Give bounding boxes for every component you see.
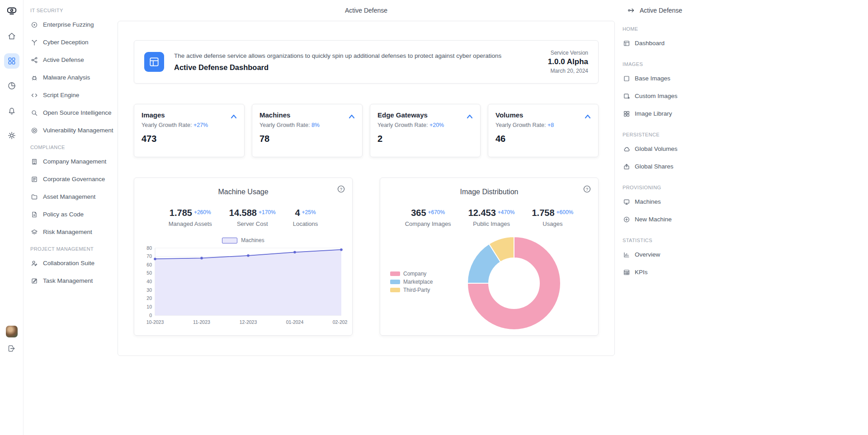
svg-text:01-2024: 01-2024 xyxy=(286,319,304,325)
sidebar-item-enterprise-fuzzing[interactable]: Enterprise Fuzzing xyxy=(30,16,118,33)
right-item-new-machine[interactable]: New Machine xyxy=(623,210,704,228)
magnifier-icon xyxy=(30,109,38,117)
right-item-custom-images[interactable]: Custom Images xyxy=(623,87,704,105)
stat-managed-assets: 1.785+260% Managed Assets xyxy=(169,208,212,227)
user-avatar[interactable] xyxy=(6,326,18,337)
growth-value: 8% xyxy=(311,122,320,128)
stat-card-volumes: Volumes Yearly Growth Rate: +8 46 xyxy=(488,104,599,157)
sidebar-item-policy-as-code[interactable]: Policy as Code xyxy=(30,206,118,223)
section-label-project-management: PROJECT MANAGEMENT xyxy=(30,246,118,252)
svg-text:40: 40 xyxy=(146,279,152,284)
stat-value: 46 xyxy=(495,134,591,144)
right-item-global-volumes[interactable]: Global Volumes xyxy=(623,140,704,158)
square-icon xyxy=(623,75,630,82)
pie-chart-icon[interactable] xyxy=(4,78,19,94)
sidebar-item-open-source-intelligence[interactable]: Open Source Intelligence xyxy=(30,104,118,122)
sidebar-item-cyber-deception[interactable]: Cyber Deception xyxy=(30,33,118,51)
sidebar-item-active-defense[interactable]: Active Defense xyxy=(30,51,118,69)
right-sidebar-title: Active Defense xyxy=(640,7,682,14)
collapse-chevron-up-icon[interactable] xyxy=(229,112,238,121)
dashboard-blue-icon xyxy=(144,52,164,72)
image-distribution-card: Image Distribution ? 365+670% Company Im… xyxy=(380,178,599,336)
right-item-global-shares[interactable]: Global Shares xyxy=(623,158,704,175)
right-item-base-images[interactable]: Base Images xyxy=(623,70,704,87)
legend-label: Third-Party xyxy=(403,287,430,293)
folder-icon xyxy=(30,193,38,201)
app-logo-icon[interactable] xyxy=(6,5,18,17)
right-item-image-library[interactable]: Image Library xyxy=(623,105,704,122)
stat-value: 4 xyxy=(295,208,300,218)
share-nodes-icon xyxy=(30,56,38,64)
library-grid-icon xyxy=(623,110,630,117)
service-version-block: Service Version 1.0.0 Alpha March 20, 20… xyxy=(548,50,588,74)
svg-text:20: 20 xyxy=(146,295,152,301)
stat-public-images: 12.453+470% Public Images xyxy=(468,208,515,227)
legend-item-company[interactable]: Company xyxy=(390,271,433,276)
table-icon xyxy=(623,269,630,276)
right-item-kpis[interactable]: KPIs xyxy=(623,263,704,281)
legend-item-marketplace[interactable]: Marketplace xyxy=(390,279,433,285)
sidebar-item-task-management[interactable]: Task Management xyxy=(30,272,118,290)
monitor-icon xyxy=(623,198,630,206)
right-item-overview[interactable]: Overview xyxy=(623,246,704,263)
right-item-label: Dashboard xyxy=(635,40,665,47)
sidebar-item-label: Company Management xyxy=(43,158,106,165)
sidebar-item-company-management[interactable]: Company Management xyxy=(30,153,118,170)
stat-value: 12.453 xyxy=(468,208,496,218)
sidebar-item-label: Policy as Code xyxy=(43,211,84,218)
svg-text:10: 10 xyxy=(146,304,152,309)
donut-legend: Company Marketplace Third-Party xyxy=(390,271,433,293)
svg-text:60: 60 xyxy=(146,262,152,267)
right-item-label: Global Volumes xyxy=(635,145,678,152)
svg-text:70: 70 xyxy=(146,253,152,259)
stat-growth: Yearly Growth Rate: +8 xyxy=(495,122,591,128)
bar-chart-icon xyxy=(623,251,630,258)
help-icon[interactable]: ? xyxy=(337,185,345,193)
sidebar-item-vulnerability-management[interactable]: Vulnerability Management xyxy=(30,122,118,139)
section-label-compliance: COMPLIANCE xyxy=(30,145,118,150)
right-item-dashboard[interactable]: Dashboard xyxy=(623,34,704,52)
sidebar-item-label: Open Source Intelligence xyxy=(43,109,112,116)
sidebar-item-asset-management[interactable]: Asset Management xyxy=(30,188,118,206)
dashboard-panel: The active defense service allows organi… xyxy=(118,21,615,356)
sidebar-item-label: Malware Analysis xyxy=(43,74,90,81)
sidebar-item-corporate-governance[interactable]: Corporate Governance xyxy=(30,170,118,188)
right-item-label: Image Library xyxy=(635,110,672,117)
machines-legend[interactable]: Machines xyxy=(134,237,352,243)
right-sidebar-header: Active Defense xyxy=(615,0,868,21)
stat-delta: +260% xyxy=(194,209,211,215)
collapse-chevron-up-icon[interactable] xyxy=(347,112,356,121)
sidebar-item-collaboration-suite[interactable]: Collaboration Suite xyxy=(30,254,118,272)
legend-swatch-third-party xyxy=(390,288,400,292)
stat-cards-row: Images Yearly Growth Rate: +27% 473 Mach… xyxy=(134,104,599,157)
settings-gear-icon[interactable] xyxy=(4,128,19,143)
help-icon[interactable]: ? xyxy=(583,185,591,193)
sidebar-item-label: Active Defense xyxy=(43,56,84,63)
sidebar-item-label: Task Management xyxy=(43,277,93,284)
right-item-label: Overview xyxy=(635,251,660,258)
logout-icon[interactable] xyxy=(7,344,16,353)
stat-company-images: 365+670% Company Images xyxy=(405,208,451,227)
task-pen-icon xyxy=(30,277,38,285)
sidebar-item-malware-analysis[interactable]: Malware Analysis xyxy=(30,69,118,86)
apps-grid-icon[interactable] xyxy=(4,53,19,69)
right-item-label: KPIs xyxy=(635,269,648,276)
section-label-it-security: IT SECURITY xyxy=(30,8,118,13)
svg-text:02-2024: 02-2024 xyxy=(333,319,348,325)
collapse-chevron-up-icon[interactable] xyxy=(465,112,474,121)
plus-circle-icon xyxy=(623,216,630,223)
notifications-bell-icon[interactable] xyxy=(4,103,19,118)
sidebar-item-label: Collaboration Suite xyxy=(43,260,94,267)
collapse-chevron-up-icon[interactable] xyxy=(583,112,592,121)
stat-value: 473 xyxy=(142,134,237,144)
right-item-machines[interactable]: Machines xyxy=(623,193,704,210)
stat-label: Managed Assets xyxy=(169,220,212,227)
service-version-date: March 20, 2024 xyxy=(548,68,588,74)
legend-item-third-party[interactable]: Third-Party xyxy=(390,287,433,293)
svg-text:10-2023: 10-2023 xyxy=(146,319,164,325)
home-icon[interactable] xyxy=(4,28,19,44)
sidebar-item-risk-management[interactable]: Risk Management xyxy=(30,223,118,241)
stat-growth: Yearly Growth Rate: +20% xyxy=(377,122,473,128)
svg-text:?: ? xyxy=(340,187,342,192)
sidebar-item-script-engine[interactable]: Script Engine xyxy=(30,86,118,104)
